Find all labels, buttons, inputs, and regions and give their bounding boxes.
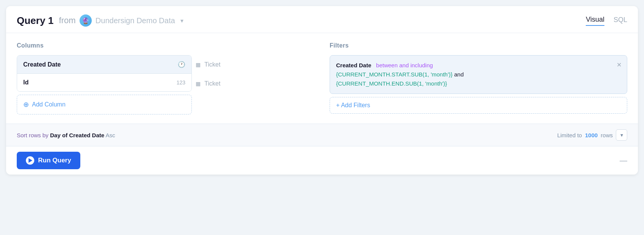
body: Columns Created Date 🕐 Id 123	[6, 33, 638, 124]
filter-card: Created Date between and including {CURR…	[330, 55, 627, 94]
columns-section: Columns Created Date 🕐 Id 123	[17, 42, 314, 114]
header: Query 1 from 🔮 Dundersign Demo Data ▾ Vi…	[6, 6, 638, 33]
filter-close-icon[interactable]: ✕	[617, 60, 622, 70]
run-bar: Run Query —	[6, 146, 638, 175]
limit-prefix: Limited to	[557, 132, 582, 138]
table-row[interactable]: Id 123	[17, 74, 191, 91]
add-column-label: Add Column	[32, 101, 65, 108]
sort-direction: Asc	[105, 132, 115, 138]
run-label: Run Query	[38, 157, 71, 164]
filter-field: Created Date	[336, 62, 371, 68]
play-icon	[26, 156, 34, 165]
rows-limit: Limited to 1000 rows ▾	[557, 129, 627, 141]
header-left: Query 1 from 🔮 Dundersign Demo Data ▾	[17, 14, 183, 27]
add-icon: ⊕	[23, 100, 29, 109]
add-filter-container: + Add Filters	[330, 97, 627, 114]
table-icon: ▦	[196, 62, 201, 68]
list-item: ▦ Ticket	[192, 75, 224, 92]
ticket-label-1: Ticket	[204, 61, 220, 68]
limit-number: 1000	[585, 132, 598, 138]
header-right: Visual SQL	[586, 16, 627, 26]
filter-operator: between and including	[376, 62, 433, 68]
sort-field: Day of Created Date	[50, 132, 105, 138]
column-name-id: Id	[23, 79, 29, 86]
db-name: Dundersign Demo Data	[96, 16, 175, 25]
chevron-down-button[interactable]: ▾	[616, 129, 627, 141]
table-row[interactable]: Created Date 🕐	[17, 56, 191, 74]
columns-left: Created Date 🕐 Id 123 ⊕ Add Column	[17, 55, 192, 114]
sort-text: Sort rows by Day of Created Date Asc	[17, 132, 115, 138]
query-builder: Query 1 from 🔮 Dundersign Demo Data ▾ Vi…	[6, 6, 638, 175]
columns-right: ▦ Ticket ▦ Ticket	[192, 56, 224, 114]
tab-sql[interactable]: SQL	[614, 16, 627, 25]
db-dropdown-arrow[interactable]: ▾	[180, 17, 183, 24]
tab-visual[interactable]: Visual	[586, 16, 604, 26]
column-type-id: 123	[177, 79, 185, 86]
sort-prefix: Sort rows by	[17, 132, 48, 138]
filters-title: Filters	[330, 42, 627, 49]
sort-bar: Sort rows by Day of Created Date Asc Lim…	[6, 124, 638, 146]
minimize-icon[interactable]: —	[620, 156, 627, 165]
play-triangle	[29, 158, 32, 163]
run-query-button[interactable]: Run Query	[17, 152, 80, 169]
from-label: from	[59, 16, 76, 25]
list-item: ▦ Ticket	[192, 56, 224, 73]
filter-and: and	[454, 71, 464, 78]
add-filter-button[interactable]: + Add Filters	[336, 102, 370, 108]
filters-section: Filters Created Date between and includi…	[330, 42, 627, 114]
filter-value2: {CURRENT_MONTH.END.SUB(1, 'month')}	[336, 80, 447, 87]
columns-inner: Created Date 🕐 Id 123 ⊕ Add Column	[17, 55, 314, 114]
column-name-created-date: Created Date	[23, 61, 61, 68]
columns-table: Created Date 🕐 Id 123	[17, 55, 192, 92]
add-column-container: ⊕ Add Column	[17, 95, 192, 114]
clock-icon: 🕐	[178, 61, 185, 68]
table-icon: ▦	[196, 81, 201, 87]
filter-text: Created Date between and including {CURR…	[336, 61, 621, 88]
ticket-label-2: Ticket	[204, 80, 220, 87]
columns-title: Columns	[17, 42, 314, 49]
db-icon: 🔮	[80, 14, 92, 27]
filter-value1: {CURRENT_MONTH.START.SUB(1, 'month')}	[336, 71, 453, 78]
query-title: Query 1	[17, 15, 54, 27]
limit-suffix: rows	[601, 132, 613, 138]
add-column-button[interactable]: ⊕ Add Column	[17, 95, 191, 114]
